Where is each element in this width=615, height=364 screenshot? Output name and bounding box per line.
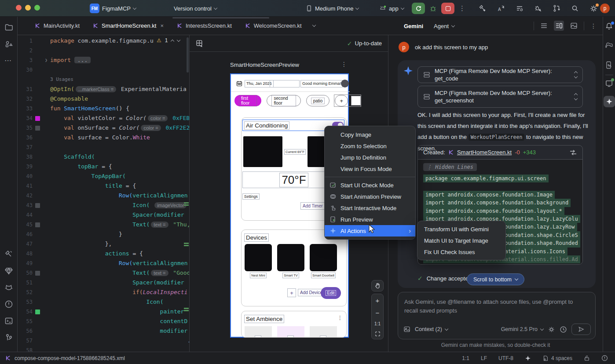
code-line[interactable]: 53Icon( <box>18 297 189 307</box>
open-diff-icon[interactable] <box>569 149 577 156</box>
line-number[interactable]: 40 <box>18 171 33 181</box>
minimize-window-button[interactable] <box>25 5 31 11</box>
run-config-selector[interactable]: app <box>379 0 404 17</box>
prompt-input[interactable]: Ask Gemini, use @filename to attach sour… <box>398 292 596 339</box>
inspections-icon[interactable] <box>601 355 608 361</box>
selection-handle[interactable] <box>351 96 361 106</box>
profiler-icon[interactable] <box>534 4 542 12</box>
tool-call-card[interactable]: MCP (Figma Remote Dev Mode MCP Server): … <box>417 86 583 108</box>
line-number[interactable]: 31 <box>18 84 33 94</box>
code-line[interactable]: 44Spacer(modifier <box>18 210 189 220</box>
ambience-swatch[interactable] <box>277 326 304 338</box>
device-selector[interactable]: Medium Phone <box>306 0 359 17</box>
build-icon[interactable] <box>479 4 487 12</box>
submenu-item[interactable]: Transform UI with Gemini <box>417 223 505 235</box>
ambience-swatch[interactable] <box>245 326 272 338</box>
line-number[interactable]: 43 <box>18 200 33 210</box>
usages-hint[interactable]: 3 Usages <box>50 75 73 84</box>
tabs-scrollbar[interactable] <box>172 17 269 18</box>
project-widget[interactable]: FM FigmaMCP <box>90 0 136 17</box>
rerun-button[interactable] <box>412 3 425 14</box>
settings-widget[interactable] <box>589 4 598 13</box>
code-line[interactable]: 3 Usages <box>18 75 189 84</box>
stop-button[interactable] <box>441 3 454 14</box>
fold-slot[interactable]: ❯ <box>42 55 50 65</box>
zoom-out-button[interactable]: − <box>376 309 380 317</box>
line-number[interactable]: 50 <box>18 268 33 278</box>
code-line[interactable]: 46} <box>18 229 189 239</box>
context-selector[interactable]: Context (2) <box>415 326 448 332</box>
running-devices-widget[interactable] <box>605 79 614 88</box>
preview-options-icon[interactable]: ⋮ <box>341 61 347 68</box>
gemini-tab[interactable]: Gemini <box>404 23 423 29</box>
code-line[interactable]: 40TopAppBar( <box>18 171 189 181</box>
tab-overflow-chevron[interactable] <box>308 17 320 35</box>
code-line[interactable]: 51Spacer(modifier <box>18 278 189 288</box>
code-line[interactable]: 36val surface = Color.White <box>18 133 189 142</box>
split-view-button[interactable] <box>554 21 564 31</box>
code-view-icon[interactable] <box>540 22 548 29</box>
color-swatch[interactable] <box>35 203 40 208</box>
line-ending[interactable]: LF <box>481 355 487 361</box>
terminal-icon[interactable] <box>4 317 13 325</box>
code-line[interactable]: 33fun SmartHomeScreen() { <box>18 104 189 113</box>
send-button[interactable] <box>571 324 591 335</box>
line-number[interactable]: 33 <box>18 104 33 113</box>
gradle-icon[interactable] <box>605 41 614 50</box>
line-number[interactable]: 36 <box>18 133 33 142</box>
app-insights-icon[interactable] <box>4 266 13 275</box>
ambience-swatch[interactable] <box>310 326 337 338</box>
menu-item[interactable]: Start Animation Preview <box>325 191 415 202</box>
editor-tab[interactable]: WelcomeScreen.kt <box>238 17 308 35</box>
code-line[interactable]: 56modifier <box>18 326 189 336</box>
code-line[interactable]: 41title = { <box>18 181 189 191</box>
code-line[interactable]: 42Row(verticalAlignmen <box>18 191 189 200</box>
submenu-item[interactable]: Match UI to Target Image <box>417 235 505 246</box>
build-tool-icon[interactable] <box>4 250 13 258</box>
color-swatch[interactable] <box>35 271 40 276</box>
floor-chip[interactable]: second floor <box>267 95 300 106</box>
code-line[interactable]: 57.siz <box>18 336 189 346</box>
device-tile[interactable]: Nest Mini <box>245 244 272 278</box>
menu-item[interactable]: Start Interactive Mode <box>325 202 415 214</box>
resource-manager-icon[interactable] <box>4 40 13 48</box>
agent-tab[interactable]: Agent <box>434 23 454 29</box>
more-tool-windows-icon[interactable]: ⋯ <box>4 56 13 65</box>
next-problem-icon[interactable] <box>177 38 180 41</box>
line-number[interactable]: 47 <box>18 239 33 249</box>
more-actions-icon[interactable]: ⋮ <box>459 4 465 12</box>
device-tile[interactable]: Smart TV <box>277 244 304 278</box>
line-number[interactable]: 54 <box>18 307 33 317</box>
notifications-widget[interactable] <box>605 22 614 31</box>
color-swatch[interactable] <box>35 116 40 121</box>
color-swatch[interactable] <box>35 309 40 314</box>
problems-icon[interactable] <box>4 300 13 309</box>
line-number[interactable]: 48 <box>18 249 33 258</box>
expand-icon[interactable] <box>575 72 577 78</box>
add-timer-button[interactable]: Add Timer <box>300 202 325 210</box>
preview-name[interactable]: SmartHomeScreenPreview <box>230 62 299 68</box>
editor-scrollbar[interactable] <box>187 37 189 73</box>
device-tile[interactable]: Smart Doorbell <box>310 244 337 278</box>
code-line[interactable]: 52if(LocalInspecti <box>18 288 189 297</box>
expand-icon[interactable] <box>575 94 577 100</box>
code-line[interactable]: 50Text(text = "Good <box>18 268 189 278</box>
code-line[interactable]: 3❯import ... <box>18 55 189 65</box>
line-number[interactable]: 39 <box>18 162 33 171</box>
user-avatar[interactable]: p <box>600 4 610 13</box>
editor-options-icon[interactable]: ⋮ <box>590 22 597 29</box>
edit-button[interactable]: Edit <box>321 287 341 299</box>
ac-settings-label[interactable]: Settings <box>242 193 260 200</box>
search-icon[interactable] <box>571 4 579 12</box>
model-selector[interactable]: Gemini 2.5 Pro <box>501 326 543 332</box>
line-number[interactable]: 1 <box>18 36 33 46</box>
floor-chip[interactable]: patio <box>306 95 330 106</box>
code-line[interactable]: 47}, <box>18 239 189 249</box>
prev-problem-icon[interactable] <box>171 40 174 43</box>
floor-chip[interactable]: first floor <box>234 95 261 106</box>
menu-item[interactable]: Zoom to Selection <box>325 140 415 152</box>
attach-image-icon[interactable] <box>403 326 410 333</box>
inspection-widget[interactable]: ⚠ 1 <box>155 37 182 44</box>
line-number[interactable]: 35 <box>18 123 33 133</box>
line-number[interactable]: 55 <box>18 317 33 326</box>
